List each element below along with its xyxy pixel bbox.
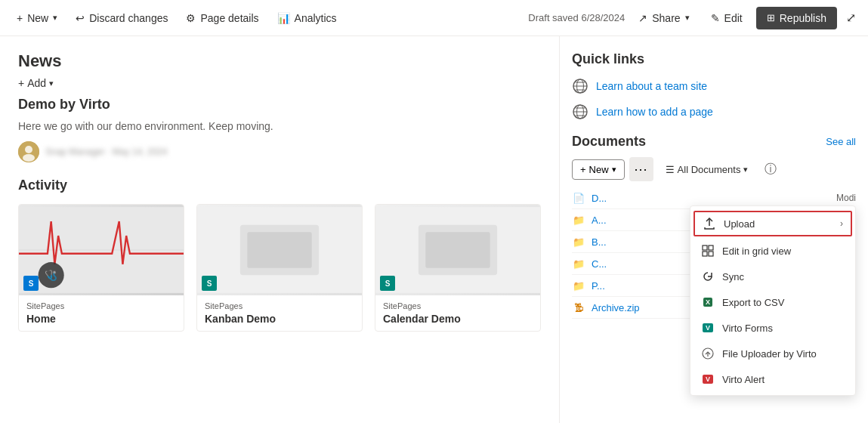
topbar: + New ▾ ↩ Discard changes ⚙ Page details… — [0, 0, 868, 36]
dropdown-item-virto-forms[interactable]: V Virto Forms — [690, 315, 855, 341]
docs-view-chevron-icon: ▾ — [743, 165, 748, 174]
card-site-kanban: SitePages — [205, 301, 354, 310]
add-button[interactable]: + Add ▾ — [18, 77, 541, 89]
republish-label: Republish — [780, 12, 826, 24]
share-label: Share — [652, 12, 680, 24]
svg-text:🩺: 🩺 — [45, 269, 57, 282]
docs-info-button[interactable]: ⓘ — [760, 159, 781, 180]
docs-new-label: New — [589, 164, 609, 175]
sharepoint-icon-home: S — [23, 276, 39, 291]
doc-date-0: Modi — [836, 193, 856, 203]
edit-label: Edit — [724, 12, 743, 24]
activity-section-title: Activity — [18, 178, 541, 193]
add-chevron-icon: ▾ — [49, 79, 54, 88]
edit-icon: ✎ — [711, 12, 720, 24]
new-label: New — [27, 12, 48, 24]
card-thumbnail-kanban: S — [197, 205, 362, 295]
quick-link-add-page[interactable]: Learn how to add a page — [572, 103, 856, 120]
plus-icon: + — [17, 12, 23, 24]
virto-alert-label: Virto Alert — [722, 374, 845, 385]
news-meta: Snap Manager · May 14, 2024 — [18, 141, 541, 162]
topbar-left: + New ▾ ↩ Discard changes ⚙ Page details… — [9, 8, 344, 29]
card-site-home: SitePages — [26, 301, 176, 310]
globe-icon-1 — [572, 78, 588, 94]
export-csv-label: Export to CSV — [722, 297, 845, 308]
doc-page-icon: 📄 — [572, 191, 585, 205]
svg-rect-9 — [247, 232, 311, 267]
card-title-kanban: Kanban Demo — [205, 313, 354, 325]
dropdown-item-virto-alert[interactable]: V Virto Alert — [690, 366, 855, 392]
edit-button[interactable]: ✎ Edit — [703, 8, 750, 29]
svg-rect-24 — [709, 245, 713, 250]
dropdown-item-sync[interactable]: Sync — [690, 264, 855, 289]
page-details-icon: ⚙ — [186, 12, 196, 24]
card-site-calendar: SitePages — [383, 301, 533, 310]
dropdown-item-grid-view[interactable]: Edit in grid view — [690, 238, 855, 264]
draft-saved-status: Draft saved 6/28/2024 — [528, 12, 625, 23]
virto-forms-label: Virto Forms — [722, 323, 845, 334]
docs-view-label: All Documents — [678, 164, 741, 175]
republish-button[interactable]: ⊞ Republish — [756, 7, 837, 29]
dropdown-item-file-uploader[interactable]: File Uploader by Virto — [690, 341, 855, 366]
activity-card-calendar[interactable]: S SitePages Calendar Demo — [375, 204, 541, 332]
activity-card-home[interactable]: 🩺 S SitePages Home — [18, 204, 184, 332]
see-all-button[interactable]: See all — [826, 136, 856, 147]
expand-button[interactable]: ⤢ — [843, 8, 859, 28]
news-section-title: News — [18, 51, 541, 71]
news-section: News + Add ▾ Demo by Virto Here we go wi… — [18, 51, 541, 162]
share-chevron-icon: ▾ — [685, 13, 690, 23]
card-body-calendar: SitePages Calendar Demo — [375, 295, 540, 331]
docs-view-button[interactable]: ☰ All Documents ▾ — [658, 160, 756, 179]
quick-links-title: Quick links — [572, 51, 856, 67]
card-body-home: SitePages Home — [19, 295, 184, 331]
discard-changes-button[interactable]: ↩ Discard changes — [68, 8, 175, 29]
globe-icon-2 — [572, 103, 588, 120]
docs-new-button[interactable]: + New ▾ — [572, 159, 625, 180]
docs-new-plus-icon: + — [580, 164, 586, 175]
article-description: Here we go with our demo environment. Ke… — [18, 120, 541, 132]
page-details-button[interactable]: ⚙ Page details — [178, 8, 266, 29]
article-title: Demo by Virto — [18, 97, 541, 113]
page-details-label: Page details — [200, 12, 258, 24]
export-csv-icon: X — [701, 295, 715, 309]
docs-new-chevron-icon: ▾ — [612, 165, 616, 174]
quick-link-team-site-text[interactable]: Learn about a team site — [596, 80, 707, 92]
share-icon: ↗ — [638, 12, 647, 24]
share-button[interactable]: ↗ Share ▾ — [631, 8, 697, 29]
main-content: News + Add ▾ Demo by Virto Here we go wi… — [0, 36, 868, 423]
left-column: News + Add ▾ Demo by Virto Here we go wi… — [0, 36, 559, 423]
doc-folder-icon-1: 📁 — [572, 213, 585, 227]
doc-folder-icon-3: 📁 — [572, 257, 585, 270]
card-title-home: Home — [26, 313, 176, 325]
analytics-label: Analytics — [295, 12, 337, 24]
virto-alert-icon: V — [701, 372, 715, 386]
docs-more-button[interactable]: ··· — [629, 157, 653, 181]
upload-chevron-icon: › — [840, 218, 843, 229]
card-title-calendar: Calendar Demo — [383, 313, 533, 325]
card-thumbnail-calendar: S — [375, 205, 540, 295]
svg-rect-23 — [703, 245, 707, 250]
new-button[interactable]: + New ▾ — [9, 8, 65, 29]
svg-point-1 — [25, 146, 32, 153]
activity-card-kanban[interactable]: S SitePages Kanban Demo — [196, 204, 363, 332]
ellipsis-icon: ··· — [635, 162, 648, 178]
upload-label: Upload — [724, 218, 832, 230]
list-icon: ☰ — [666, 164, 675, 175]
dropdown-item-upload[interactable]: Upload › — [693, 211, 852, 236]
documents-header: Documents See all — [572, 134, 856, 150]
grid-view-label: Edit in grid view — [722, 245, 845, 257]
right-column: Quick links Learn about a team site Lear… — [559, 36, 868, 423]
topbar-right: Draft saved 6/28/2024 ↗ Share ▾ ✎ Edit ⊞… — [528, 7, 859, 29]
card-body-kanban: SitePages Kanban Demo — [197, 295, 362, 331]
sync-icon — [701, 270, 715, 283]
doc-name-0[interactable]: D... — [592, 193, 830, 204]
quick-link-add-page-text[interactable]: Learn how to add a page — [596, 106, 713, 118]
virto-forms-icon: V — [701, 321, 715, 335]
grid-view-icon — [701, 244, 715, 258]
dropdown-item-export-csv[interactable]: X Export to CSV — [690, 289, 855, 315]
analytics-button[interactable]: 📊 Analytics — [270, 8, 344, 29]
quick-link-team-site[interactable]: Learn about a team site — [572, 78, 856, 94]
activity-cards: 🩺 S SitePages Home — [18, 204, 541, 332]
discard-label: Discard changes — [89, 12, 168, 24]
doc-zip-icon: 🗜 — [572, 301, 585, 314]
